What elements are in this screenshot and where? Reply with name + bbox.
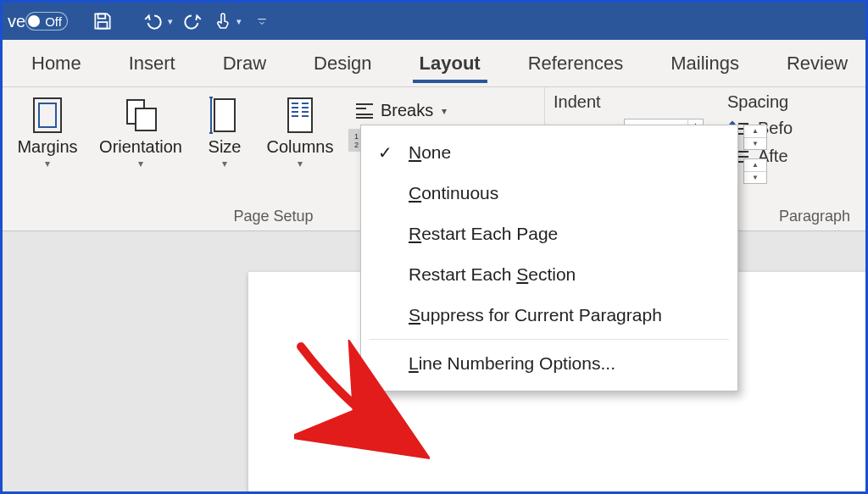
menu-item-suppress[interactable]: Suppress for Current Paragraph [361, 295, 737, 336]
autosave-state: Off [45, 14, 62, 29]
tab-home[interactable]: Home [8, 40, 105, 86]
indent-header: Indent [554, 92, 704, 112]
chevron-down-icon: ▾ [236, 16, 242, 27]
save-button[interactable] [88, 7, 117, 36]
tab-mailings[interactable]: Mailings [647, 40, 763, 86]
touch-mode-button[interactable]: ▾ [207, 7, 248, 36]
title-bar: ve Off ▾ [3, 3, 865, 40]
spin-up-icon[interactable]: ▲ [744, 159, 766, 171]
tab-references[interactable]: References [504, 40, 648, 86]
qat-customize-button[interactable] [248, 7, 276, 36]
margins-icon [31, 97, 64, 134]
chevron-down-icon: ▾ [442, 105, 447, 117]
autosave-toggle[interactable]: Off [25, 12, 68, 31]
svg-rect-1 [97, 22, 107, 29]
customize-icon [256, 15, 268, 27]
orientation-icon [122, 97, 159, 134]
chevron-down-icon: ▾ [298, 158, 303, 169]
breaks-button[interactable]: Breaks ▾ [348, 99, 511, 122]
tab-layout[interactable]: Layout [396, 40, 504, 86]
svg-text:1: 1 [354, 132, 359, 141]
ribbon-tabs: Home Insert Draw Design Layout Reference… [3, 40, 865, 87]
tab-design[interactable]: Design [290, 40, 395, 86]
group-label-paragraph: Paragraph [779, 208, 850, 225]
tab-draw[interactable]: Draw [199, 40, 290, 86]
check-icon: ✓ [378, 142, 392, 163]
svg-rect-0 [97, 14, 105, 18]
menu-item-restart-page[interactable]: Restart Each Page [361, 214, 737, 254]
app-window: ve Off ▾ [0, 0, 868, 494]
spacing-header: Spacing [727, 92, 793, 112]
redo-icon [181, 10, 203, 32]
chevron-down-icon: ▾ [45, 158, 50, 169]
menu-item-none[interactable]: ✓ None [361, 132, 737, 173]
svg-rect-3 [39, 103, 56, 127]
hidden-spinner-2[interactable]: ▲ ▼ [743, 158, 767, 184]
spin-down-icon[interactable]: ▼ [744, 171, 766, 184]
columns-icon [283, 97, 317, 134]
menu-item-restart-section[interactable]: Restart Each Section [361, 254, 737, 295]
columns-button[interactable]: Columns ▾ [255, 94, 345, 169]
menu-separator [370, 339, 729, 340]
save-icon [92, 10, 114, 32]
autosave-prefix: ve [8, 12, 25, 31]
undo-icon [142, 10, 164, 32]
touch-icon [213, 11, 233, 31]
tab-review[interactable]: Review [763, 40, 868, 86]
autosave-knob-icon [28, 15, 40, 27]
chevron-down-icon: ▾ [222, 158, 227, 169]
orientation-button[interactable]: Orientation ▾ [87, 94, 194, 169]
menu-item-continuous[interactable]: Continuous [361, 173, 737, 214]
svg-rect-6 [214, 99, 235, 131]
spin-up-icon[interactable]: ▲ [744, 125, 766, 137]
redo-button[interactable] [178, 7, 207, 36]
spin-down-icon[interactable]: ▼ [744, 137, 766, 150]
margins-button[interactable]: Margins ▾ [8, 94, 87, 169]
tab-insert[interactable]: Insert [105, 40, 199, 86]
line-numbers-menu: ✓ None Continuous Restart Each Page Rest… [360, 125, 738, 391]
svg-rect-5 [136, 108, 156, 130]
chevron-down-icon: ▾ [138, 158, 143, 169]
size-button[interactable]: Size ▾ [194, 94, 255, 169]
chevron-down-icon: ▾ [168, 16, 173, 27]
breaks-icon [354, 103, 375, 119]
menu-item-options[interactable]: Line Numbering Options... [361, 343, 737, 384]
undo-button[interactable]: ▾ [137, 7, 178, 36]
size-icon [208, 96, 242, 135]
svg-text:2: 2 [354, 141, 359, 149]
hidden-spinner-1[interactable]: ▲ ▼ [743, 125, 767, 150]
